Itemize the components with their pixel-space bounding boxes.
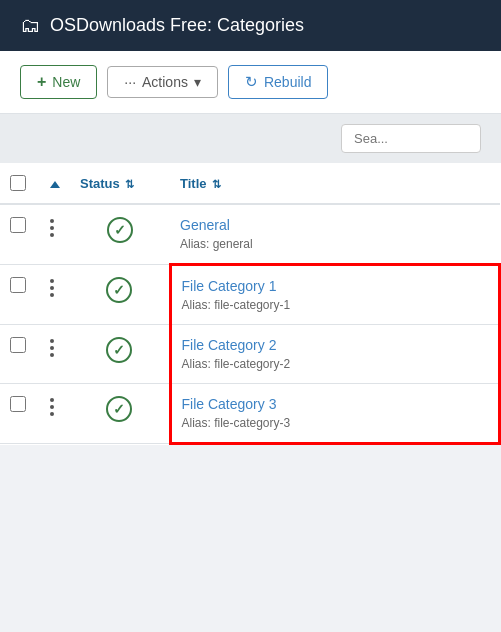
actions-button-label: Actions	[142, 74, 188, 90]
row-title-cell: File Category 3 Alias: file-category-3	[170, 384, 500, 444]
table-row: ✓ General Alias: general	[0, 204, 500, 265]
row-checkbox[interactable]	[10, 217, 26, 233]
table-row: ✓ File Category 1 Alias: file-category-1	[0, 265, 500, 325]
status-active-icon: ✓	[107, 217, 133, 243]
row-status-cell: ✓	[70, 265, 170, 325]
sort-arrow-icon	[50, 181, 60, 188]
rebuild-button[interactable]: ↻ Rebuild	[228, 65, 328, 99]
new-button-label: New	[52, 74, 80, 90]
page-header: 🗂 OSDownloads Free: Categories	[0, 0, 501, 51]
col-header-status[interactable]: Status ⇅	[70, 163, 170, 204]
row-check-cell	[0, 325, 36, 384]
row-status-cell: ✓	[70, 384, 170, 444]
dot-icon	[50, 405, 54, 409]
dot-icon	[50, 219, 54, 223]
category-link[interactable]: File Category 3	[182, 396, 489, 412]
plus-icon: +	[37, 73, 46, 91]
page-title: OSDownloads Free: Categories	[50, 15, 304, 36]
dot-icon	[50, 233, 54, 237]
col-header-check	[0, 163, 36, 204]
row-check-cell	[0, 384, 36, 444]
dot-icon	[50, 293, 54, 297]
categories-table: Status ⇅ Title ⇅	[0, 163, 501, 445]
row-status-cell: ✓	[70, 325, 170, 384]
row-actions-button[interactable]	[46, 396, 58, 418]
status-col-label: Status	[80, 176, 120, 191]
row-check-cell	[0, 265, 36, 325]
row-dots-cell	[36, 325, 70, 384]
table-container: Status ⇅ Title ⇅	[0, 163, 501, 445]
search-bar-area	[0, 114, 501, 163]
row-checkbox[interactable]	[10, 337, 26, 353]
row-actions-button[interactable]	[46, 217, 58, 239]
rebuild-button-label: Rebuild	[264, 74, 311, 90]
category-alias: Alias: file-category-1	[182, 298, 291, 312]
row-actions-button[interactable]	[46, 337, 58, 359]
select-all-checkbox[interactable]	[10, 175, 26, 191]
dot-icon	[50, 346, 54, 350]
chevron-down-icon: ▾	[194, 74, 201, 90]
category-alias: Alias: file-category-3	[182, 416, 291, 430]
row-dots-cell	[36, 265, 70, 325]
dot-icon	[50, 286, 54, 290]
category-alias: Alias: file-category-2	[182, 357, 291, 371]
dot-icon	[50, 339, 54, 343]
title-col-label: Title	[180, 176, 207, 191]
dots-icon: ···	[124, 74, 136, 90]
category-link[interactable]: General	[180, 217, 490, 233]
category-alias: Alias: general	[180, 237, 253, 251]
table-row: ✓ File Category 3 Alias: file-category-3	[0, 384, 500, 444]
title-sort-icon: ⇅	[212, 178, 221, 191]
row-check-cell	[0, 204, 36, 265]
dot-icon	[50, 398, 54, 402]
row-status-cell: ✓	[70, 204, 170, 265]
row-dots-cell	[36, 384, 70, 444]
toolbar: + New ··· Actions ▾ ↻ Rebuild	[0, 51, 501, 114]
dot-icon	[50, 353, 54, 357]
row-checkbox[interactable]	[10, 277, 26, 293]
dot-icon	[50, 279, 54, 283]
row-checkbox[interactable]	[10, 396, 26, 412]
actions-button[interactable]: ··· Actions ▾	[107, 66, 218, 98]
category-link[interactable]: File Category 1	[182, 278, 489, 294]
row-actions-button[interactable]	[46, 277, 58, 299]
row-dots-cell	[36, 204, 70, 265]
table-header-row: Status ⇅ Title ⇅	[0, 163, 500, 204]
status-active-icon: ✓	[106, 277, 132, 303]
dot-icon	[50, 226, 54, 230]
folder-icon: 🗂	[20, 14, 40, 37]
status-sort-icon: ⇅	[125, 178, 134, 191]
row-title-cell: File Category 2 Alias: file-category-2	[170, 325, 500, 384]
row-title-cell: General Alias: general	[170, 204, 500, 265]
new-button[interactable]: + New	[20, 65, 97, 99]
status-active-icon: ✓	[106, 396, 132, 422]
col-header-title[interactable]: Title ⇅	[170, 163, 500, 204]
table-row: ✓ File Category 2 Alias: file-category-2	[0, 325, 500, 384]
search-input[interactable]	[341, 124, 481, 153]
rebuild-icon: ↻	[245, 73, 258, 91]
col-header-sort	[36, 163, 70, 204]
dot-icon	[50, 412, 54, 416]
category-link[interactable]: File Category 2	[182, 337, 489, 353]
status-active-icon: ✓	[106, 337, 132, 363]
row-title-cell: File Category 1 Alias: file-category-1	[170, 265, 500, 325]
